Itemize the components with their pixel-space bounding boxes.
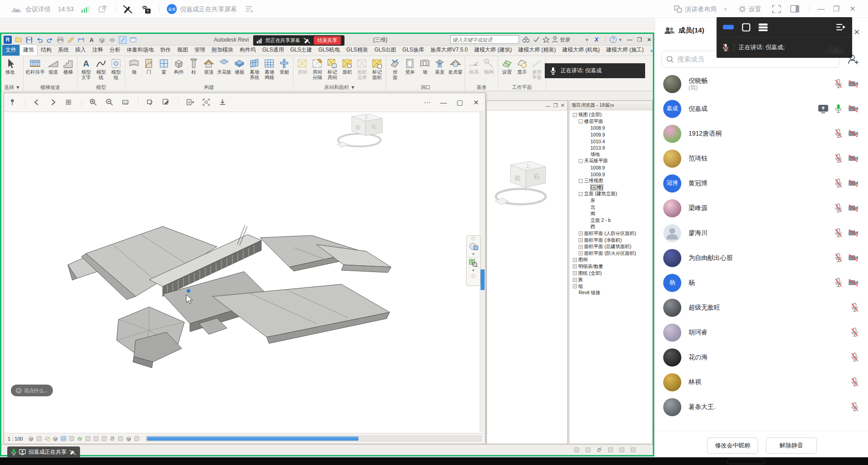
camera-muted-icon[interactable] (848, 278, 859, 287)
scrollbar-thumb[interactable] (481, 269, 485, 290)
shadows-icon[interactable] (36, 435, 42, 442)
restore-icon[interactable]: ❐ (553, 103, 558, 108)
list-view-icon[interactable] (759, 23, 768, 31)
tab-file[interactable]: 文件 (2, 45, 19, 56)
ribbon-tab-管理[interactable]: 管理 (191, 45, 208, 56)
ribbon-button-参照平面[interactable]: 参照 平面 (529, 57, 544, 80)
ribbon-button-面积边界[interactable]: 面积 边界 (354, 57, 369, 80)
ribbon-button-轴网[interactable]: 1轴网 (481, 57, 496, 75)
temporary-hide-icon[interactable] (76, 435, 83, 442)
ribbon-button-按面[interactable]: 按 面 (387, 57, 402, 80)
open-external-icon[interactable] (99, 5, 107, 13)
dropdown-caret-icon[interactable]: ▾ (585, 34, 588, 46)
reveal-hidden-icon[interactable] (85, 435, 91, 442)
mic-muted-icon[interactable] (835, 253, 842, 263)
member-row-薯条大王.[interactable]: 薯条大王. (655, 395, 868, 419)
annotation-off-icon[interactable] (303, 38, 311, 44)
tree-item-1008.9[interactable]: 1008.9 (569, 125, 652, 132)
mic-muted-icon[interactable] (851, 377, 859, 387)
subscribe-icon[interactable] (533, 36, 540, 43)
favorites-star-icon[interactable] (542, 36, 550, 43)
login-label[interactable]: 登录 (560, 34, 571, 46)
ribbon-tab-GLS出图[interactable]: GLS出图 (371, 45, 399, 56)
ribbon-button-幕墙网格[interactable]: 幕墙 网格 (262, 57, 277, 80)
section-box-icon[interactable] (125, 435, 132, 442)
ribbon-button-垂直[interactable]: 垂直 (432, 57, 447, 75)
tree-item-1010.4[interactable]: 1010.4 (569, 138, 652, 145)
ribbon-button-面积[interactable]: 面积 (340, 57, 354, 75)
expand-icon[interactable]: + (573, 271, 577, 275)
tree-item-1009.9[interactable]: 1009.9 (569, 171, 652, 178)
ribbon-tab-分析[interactable]: 分析 (106, 45, 123, 56)
ribbon-tab-注释[interactable]: 注释 (89, 45, 106, 56)
single-view-icon[interactable] (742, 23, 750, 32)
layout-selector[interactable]: 演讲者布局 (685, 0, 717, 18)
isolate-icon[interactable] (117, 435, 124, 442)
camera-muted-icon[interactable] (848, 179, 859, 188)
crop-view-icon[interactable] (60, 435, 67, 442)
minimized-video-icon[interactable] (723, 25, 734, 29)
scrollbar-thumb[interactable] (147, 437, 359, 441)
project-browser-titlebar[interactable]: 项目浏览器 - 18届成图国赛.rvt ✕ (569, 101, 652, 110)
tree-item-东[interactable]: 东 (569, 197, 652, 204)
tree-item-天花板平面[interactable]: -天花板平面 (569, 158, 652, 164)
close-icon[interactable]: ✕ (472, 98, 481, 107)
ribbon-button-门[interactable]: 门 (142, 57, 156, 75)
tree-item-立面2-b[interactable]: 立面 2 - b (569, 217, 652, 224)
select-pinned-icon[interactable] (618, 446, 625, 453)
camera-muted-icon[interactable] (848, 129, 859, 138)
visual-style-icon[interactable] (28, 435, 34, 442)
collapse-icon[interactable]: - (579, 159, 583, 163)
maximize-button[interactable]: ❐ (830, 0, 843, 18)
user-icon[interactable] (552, 36, 558, 43)
mic-muted-icon[interactable] (835, 203, 842, 213)
ribbon-tab-结构[interactable]: 结构 (38, 45, 55, 56)
ribbon-tab-附加模块[interactable]: 附加模块 (208, 45, 236, 56)
download-icon[interactable] (218, 98, 227, 107)
ribbon-button-墙[interactable]: 墙 (417, 57, 432, 75)
default-3d-view-icon[interactable] (98, 36, 106, 44)
ribbon-button-楼梯[interactable]: 楼梯 (61, 57, 75, 75)
tree-item-Revit链接[interactable]: Revit 链接 (569, 290, 652, 296)
caret-down-icon[interactable]: ▼ (472, 268, 475, 272)
camera-muted-icon[interactable] (848, 254, 859, 262)
tree-item-图例[interactable]: +图例 (569, 257, 652, 263)
ribbon-tab-族库大师V7.5.0[interactable]: 族库大师V7.5.0 (427, 45, 471, 56)
ribbon-button-墙[interactable]: 墙 (127, 57, 142, 75)
expand-icon[interactable]: + (579, 245, 583, 249)
lock-view-icon[interactable] (93, 435, 99, 442)
analysis-icon[interactable] (101, 435, 108, 442)
gear-icon[interactable] (738, 5, 746, 13)
sunlight-icon[interactable] (44, 435, 51, 442)
rotate-box-icon[interactable] (146, 98, 155, 107)
tree-item-面积平面总建筑面积[interactable]: +面积平面 (总建筑面积) (569, 244, 652, 250)
filter-icon[interactable] (596, 446, 603, 453)
export-text-icon[interactable]: A (186, 98, 195, 107)
tree-item-图纸全部[interactable]: +图纸 (全部) (569, 270, 652, 277)
mic-muted-icon[interactable] (851, 303, 859, 312)
tree-item-视图全部[interactable]: -视图 (全部) (569, 112, 652, 118)
navigation-bar[interactable]: ▼ ▼ (466, 235, 481, 286)
design-options-icon[interactable] (585, 446, 591, 453)
tree-item-面积平面人防分区面积[interactable]: +面积平面 (人防分区面积) (569, 230, 652, 237)
tree-item-南[interactable]: 南 (569, 211, 652, 217)
worksets-icon[interactable] (573, 446, 580, 453)
settings-button[interactable]: 设置 (749, 0, 761, 18)
navbar-handle[interactable] (472, 274, 475, 278)
render-icon[interactable] (52, 435, 59, 442)
zoom-out-icon[interactable] (105, 98, 114, 107)
back-arrow-icon[interactable] (33, 98, 42, 107)
collapse-dock-icon[interactable] (836, 23, 846, 31)
minimize-icon[interactable]: — (546, 103, 551, 108)
tree-item-楼层平面[interactable]: -楼层平面 (569, 118, 652, 125)
ribbon-tab-GLS族库[interactable]: GLS族库 (399, 45, 427, 56)
drag-elements-icon[interactable] (630, 446, 637, 453)
mic-muted-icon[interactable] (851, 402, 859, 412)
ribbon-tab-GLS通用[interactable]: GLS通用 (259, 45, 287, 56)
member-row-廖海川[interactable]: 廖海川 (655, 221, 868, 245)
fit-view-icon[interactable] (202, 98, 211, 107)
ribbon-button-房间[interactable]: 房间 (295, 57, 310, 75)
unmute-button[interactable]: 解除静音 (766, 437, 817, 454)
member-row-林祺[interactable]: 林祺 (655, 370, 868, 395)
member-row-黄冠博[interactable]: 冠博黄冠博 (655, 171, 868, 196)
